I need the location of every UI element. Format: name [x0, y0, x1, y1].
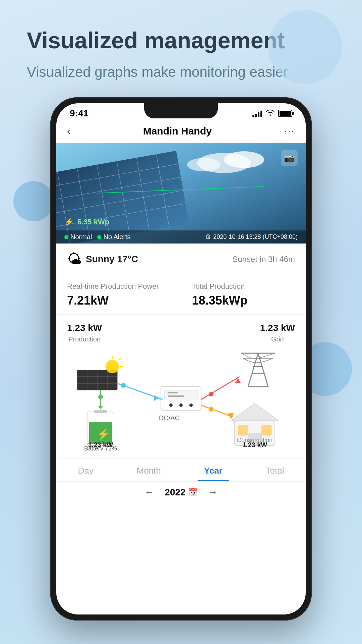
svg-point-59 — [209, 407, 214, 412]
tab-year[interactable]: Year — [197, 466, 229, 481]
svg-marker-60 — [227, 413, 234, 419]
svg-rect-37 — [168, 395, 184, 397]
svg-marker-48 — [231, 404, 278, 420]
flow-diagram: 1.23 kW Production 1.23 kW Grid — [56, 315, 306, 459]
camera-icon: 📷 — [284, 153, 295, 163]
svg-point-56 — [209, 392, 214, 396]
power-badge: ⚡ 5.35 kWp — [64, 216, 111, 227]
phone-screen: 9:41 — [56, 103, 306, 614]
prev-year-button[interactable]: ← — [144, 487, 154, 498]
status-icons — [252, 109, 292, 118]
lightning-icon: ⚡ — [64, 218, 73, 226]
flow-top-row: 1.23 kW Production 1.23 kW Grid — [67, 323, 295, 343]
bg-circle-left — [13, 181, 54, 221]
bg-circle-top — [268, 10, 342, 84]
phone-mockup: 9:41 — [50, 97, 312, 621]
svg-point-62 — [98, 394, 103, 399]
tab-total[interactable]: Total — [259, 466, 291, 481]
svg-rect-50 — [261, 425, 272, 435]
production-value: 7.21kW — [67, 293, 170, 308]
tab-month[interactable]: Month — [130, 466, 168, 481]
solar-panel-svg — [56, 143, 306, 244]
svg-point-38 — [169, 404, 173, 407]
svg-point-39 — [179, 404, 183, 407]
svg-marker-63 — [98, 406, 103, 410]
alerts-status: No Alerts — [97, 233, 130, 241]
phone-frame: 9:41 — [50, 97, 312, 621]
battery-icon — [278, 110, 292, 117]
wifi-icon — [265, 109, 275, 118]
weather-condition: Sunny 17°C — [86, 254, 138, 265]
svg-line-58 — [201, 405, 233, 417]
svg-text:Consumption: Consumption — [237, 437, 273, 443]
svg-text:1.23 kW: 1.23 kW — [88, 441, 113, 448]
calendar-icon: 📅 — [188, 488, 197, 497]
production-stat: Real-time Production Power 7.21kW — [56, 282, 181, 308]
svg-line-24 — [119, 358, 121, 360]
tab-day[interactable]: Day — [71, 466, 100, 481]
year-display: 2022 📅 — [165, 487, 197, 498]
signal-icon — [252, 110, 262, 117]
calendar-icon: 🗓 — [205, 233, 213, 240]
tabs-section: Day Month Year Total ← 2022 — [56, 459, 306, 503]
grid-node: 1.23 kW Grid — [260, 323, 295, 343]
svg-point-3 — [187, 158, 221, 171]
notch — [144, 103, 218, 118]
image-status-bar: Normal No Alerts 🗓 2020-10-16 13:28 (UTC… — [56, 230, 306, 244]
svg-rect-43 — [94, 410, 107, 413]
production-node: 1.23 kW Production — [67, 323, 102, 343]
tabs-row: Day Month Year Total — [56, 459, 306, 481]
svg-point-2 — [224, 151, 264, 168]
status-time: 9:41 — [70, 108, 88, 119]
svg-line-55 — [201, 377, 240, 399]
total-value: 18.35kWp — [192, 293, 295, 308]
production-label: Real-time Production Power — [67, 282, 170, 291]
weather-row: 🌤 Sunny 17°C Sunset in 3h 46m — [56, 244, 306, 275]
svg-rect-49 — [238, 425, 248, 435]
weather-left: 🌤 Sunny 17°C — [67, 251, 138, 268]
svg-marker-54 — [154, 395, 159, 401]
svg-text:⚡: ⚡ — [97, 428, 110, 441]
back-button[interactable]: ‹ — [67, 125, 71, 137]
total-label: Total Production — [192, 282, 295, 291]
svg-point-22 — [106, 360, 119, 373]
sunset-text: Sunset in 3h 46m — [232, 255, 295, 264]
svg-point-53 — [121, 383, 126, 388]
camera-button[interactable]: 📷 — [281, 150, 298, 166]
status-dots: Normal No Alerts — [64, 233, 131, 241]
svg-rect-36 — [168, 392, 178, 393]
normal-status: Normal — [64, 233, 92, 241]
year-nav: ← 2022 📅 → — [56, 481, 306, 503]
next-year-button[interactable]: → — [208, 487, 218, 498]
app-navbar: ‹ Mandin Handy ··· — [56, 121, 306, 143]
solar-panel-image: 📷 ⚡ 5.35 kWp Normal — [56, 143, 306, 244]
more-button[interactable]: ··· — [284, 126, 295, 137]
svg-rect-35 — [164, 390, 198, 400]
status-date: 🗓 2020-10-16 13:28 (UTC+08:00) — [205, 233, 298, 240]
total-stat: Total Production 18.35kWp — [181, 282, 306, 308]
app-title: Mandin Handy — [143, 125, 212, 137]
stats-row: Real-time Production Power 7.21kW Total … — [56, 275, 306, 315]
sun-icon: 🌤 — [67, 251, 82, 268]
flow-svg: DC/AC ⚡ Battery 72% — [67, 343, 295, 450]
svg-text:DC/AC: DC/AC — [159, 414, 180, 422]
svg-point-40 — [189, 404, 193, 407]
